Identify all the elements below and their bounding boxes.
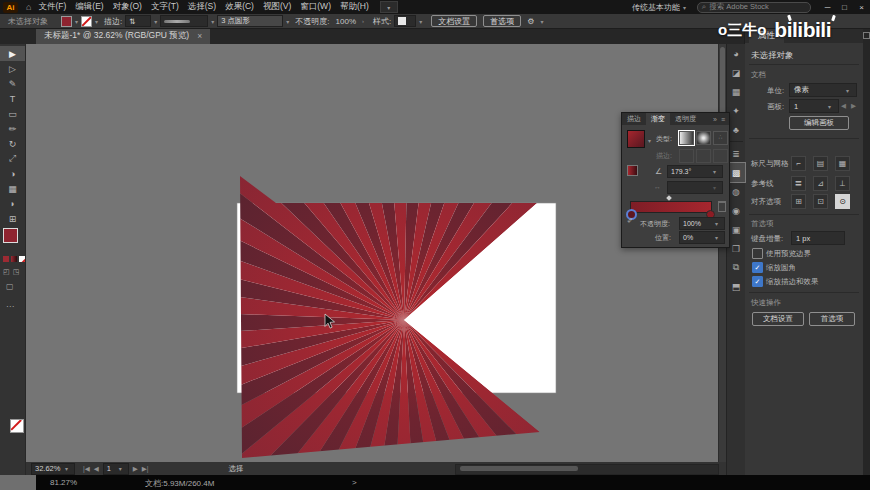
menu-对象(O)[interactable]: 对象(O) bbox=[113, 1, 142, 13]
gradient-eyedropper-icon[interactable]: ✐ bbox=[627, 217, 633, 225]
eyedropper-tool[interactable]: ◗ bbox=[0, 196, 25, 211]
color-guide-icon[interactable]: ◪ bbox=[727, 63, 745, 82]
menu-文件(F)[interactable]: 文件(F) bbox=[38, 1, 66, 13]
artboards-icon[interactable]: ⧉ bbox=[727, 258, 745, 277]
first-artboard-icon[interactable]: |◀ bbox=[83, 465, 90, 473]
fill-swatch[interactable] bbox=[3, 228, 18, 243]
preferences-button[interactable]: 首选项 bbox=[483, 15, 521, 27]
asset-export-icon[interactable]: ⬒ bbox=[727, 277, 745, 296]
guides-icon-2[interactable]: ⊿ bbox=[813, 176, 828, 191]
toolbar-overflow-icon[interactable]: ⋯ bbox=[6, 302, 14, 311]
quick-preferences-button[interactable]: 首选项 bbox=[809, 312, 855, 326]
next-artboard-arrow-icon[interactable]: ▶ bbox=[851, 102, 856, 110]
stroke-swatch[interactable] bbox=[10, 419, 24, 433]
freeform-gradient-type-button[interactable]: ∴ bbox=[713, 131, 728, 145]
selection-tool[interactable]: ▶ bbox=[0, 46, 25, 61]
width-profile-select[interactable] bbox=[160, 15, 208, 27]
type-tool[interactable]: T bbox=[0, 91, 25, 106]
snap-options-icon-3[interactable]: ⊙ bbox=[835, 194, 850, 209]
fill-color-swatch[interactable] bbox=[61, 16, 72, 27]
menu-文字(T)[interactable]: 文字(T) bbox=[151, 1, 179, 13]
color-button[interactable] bbox=[3, 256, 9, 262]
brush-select[interactable]: 3 点圆形 bbox=[217, 15, 283, 27]
menu-选择(S)[interactable]: 选择(S) bbox=[188, 1, 216, 13]
horizontal-scroll-thumb[interactable] bbox=[460, 466, 578, 471]
tab-stroke[interactable]: 描边 bbox=[622, 113, 646, 125]
arrange-documents-button[interactable]: ▾ bbox=[380, 1, 398, 13]
no-selection-label: 未选择对象 bbox=[751, 50, 794, 62]
scale-strokes-checkbox[interactable]: ✓ bbox=[752, 276, 763, 287]
style-swatch[interactable] bbox=[394, 15, 416, 27]
zoom-level-field[interactable]: 32.62%▾ bbox=[31, 463, 75, 475]
gradient-swatch[interactable] bbox=[627, 130, 645, 148]
swatches-icon[interactable]: ▦ bbox=[727, 82, 745, 101]
edit-artboards-button[interactable]: 编辑画板 bbox=[789, 116, 849, 130]
blend-tool[interactable]: ◑ bbox=[0, 166, 25, 181]
document-setup-button[interactable]: 文档设置 bbox=[431, 15, 477, 27]
scale-tool[interactable]: ⤢ bbox=[0, 151, 25, 166]
prev-artboard-icon[interactable]: ◀ bbox=[94, 465, 99, 473]
draw-behind-icon[interactable]: ◳ bbox=[13, 268, 20, 276]
scale-corners-checkbox[interactable]: ✓ bbox=[752, 262, 763, 273]
guides-icon-1[interactable]: 〓 bbox=[791, 176, 806, 191]
stop-opacity-field[interactable]: 100%▾ bbox=[679, 217, 725, 230]
menu-视图(V)[interactable]: 视图(V) bbox=[263, 1, 291, 13]
gradient-swatch-caret[interactable]: ▾ bbox=[648, 137, 651, 144]
tab-transparency[interactable]: 透明度 bbox=[670, 113, 701, 125]
pen-tool[interactable]: ✎ bbox=[0, 76, 25, 91]
gradient-angle-field[interactable]: 179.3°▾ bbox=[667, 165, 723, 178]
direct-selection-tool[interactable]: ▷ bbox=[0, 61, 25, 76]
menu-编辑(E)[interactable]: 编辑(E) bbox=[75, 1, 103, 13]
artboard-tool[interactable]: ⊞ bbox=[0, 211, 25, 226]
workspace-switcher[interactable]: 传统基本功能▾ bbox=[632, 2, 689, 13]
rotate-tool[interactable]: ↻ bbox=[0, 136, 25, 151]
reverse-gradient-icon[interactable] bbox=[627, 165, 638, 176]
home-icon[interactable]: ⌂ bbox=[26, 2, 31, 12]
rectangle-tool[interactable]: ▭ bbox=[0, 106, 25, 121]
document-tab[interactable]: 未标题-1* @ 32.62% (RGB/GPU 预览) × bbox=[36, 28, 210, 44]
stroke-color-swatch[interactable] bbox=[81, 16, 92, 27]
radial-gradient-type-button[interactable] bbox=[696, 131, 711, 145]
guides-icon-3[interactable]: ⟂ bbox=[835, 176, 850, 191]
panel-menu-icon[interactable]: ≡ bbox=[721, 116, 725, 123]
gradient-slider[interactable] bbox=[630, 201, 712, 213]
rulers-grid-icon-3[interactable]: ▦ bbox=[835, 156, 850, 171]
units-select[interactable]: 像素▾ bbox=[789, 83, 857, 97]
prev-artboard-arrow-icon[interactable]: ◀ bbox=[841, 102, 846, 110]
rulers-grid-icon-1[interactable]: ⌐ bbox=[791, 156, 806, 171]
units-label: 单位: bbox=[767, 86, 784, 96]
illustrator-logo-icon[interactable]: Ai bbox=[3, 2, 18, 13]
artboard-select[interactable]: 1▾ bbox=[789, 99, 839, 113]
keyboard-increment-field[interactable]: 1 px bbox=[791, 231, 845, 245]
artboard-number-field[interactable]: 1▾ bbox=[103, 463, 129, 475]
burst-group[interactable] bbox=[25, 44, 718, 462]
none-button[interactable] bbox=[19, 256, 25, 262]
next-artboard-icon[interactable]: ▶ bbox=[133, 465, 138, 473]
paintbrush-tool[interactable]: ✏ bbox=[0, 121, 25, 136]
gradient-midpoint-handle[interactable] bbox=[666, 195, 672, 201]
tab-gradient[interactable]: 渐变 bbox=[646, 113, 670, 125]
stroke-weight-stepper[interactable]: ⇅ bbox=[125, 15, 151, 27]
rulers-grid-icon-2[interactable]: ▤ bbox=[813, 156, 828, 171]
gradient-button[interactable] bbox=[11, 256, 17, 262]
linear-gradient-type-button[interactable] bbox=[679, 131, 694, 145]
snap-options-icon-2[interactable]: ⊡ bbox=[813, 194, 828, 209]
mesh-tool[interactable]: ▦ bbox=[0, 181, 25, 196]
canvas-area[interactable] bbox=[25, 44, 718, 462]
control-settings-icon[interactable]: ⚙ bbox=[527, 17, 534, 26]
horizontal-scrollbar[interactable] bbox=[455, 464, 719, 475]
menu-窗口(W)[interactable]: 窗口(W) bbox=[300, 1, 331, 13]
draw-normal-icon[interactable]: ◰ bbox=[3, 268, 10, 276]
tab-close-icon[interactable]: × bbox=[197, 31, 202, 41]
quick-document-setup-button[interactable]: 文档设置 bbox=[752, 312, 804, 326]
last-artboard-icon[interactable]: ▶| bbox=[142, 465, 149, 473]
preview-bounds-checkbox[interactable] bbox=[752, 248, 763, 259]
screen-mode-icon[interactable]: ▢ bbox=[6, 282, 14, 291]
stop-position-field[interactable]: 0%▾ bbox=[679, 231, 725, 244]
collapse-panel-icon[interactable]: » bbox=[713, 116, 717, 123]
opacity-value[interactable]: 100% bbox=[336, 17, 356, 26]
dock-collapse-strip[interactable] bbox=[862, 28, 870, 475]
menu-帮助(H)[interactable]: 帮助(H) bbox=[340, 1, 369, 13]
menu-效果(C)[interactable]: 效果(C) bbox=[225, 1, 254, 13]
snap-options-icon-1[interactable]: ⊞ bbox=[791, 194, 806, 209]
